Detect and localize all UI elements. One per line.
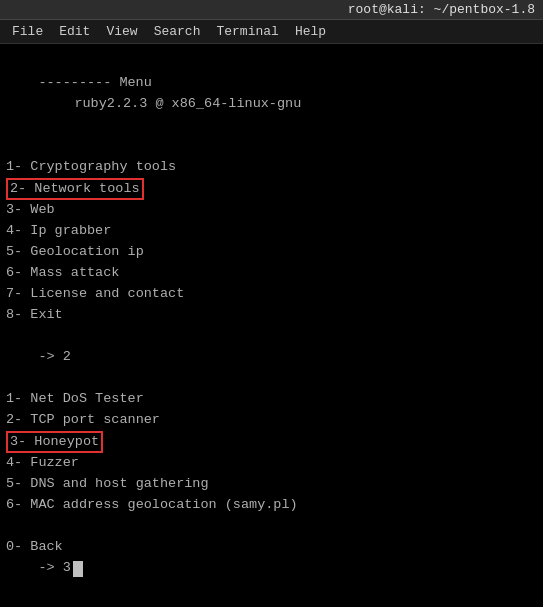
blank-line-2 bbox=[6, 326, 537, 347]
menu-edit[interactable]: Edit bbox=[55, 24, 94, 39]
menu-terminal[interactable]: Terminal bbox=[212, 24, 282, 39]
cursor bbox=[73, 561, 83, 577]
prompt-1: -> 2 bbox=[6, 347, 537, 368]
terminal-body: --------- Menu ruby2.2.3 @ x86_64-linux-… bbox=[0, 44, 543, 599]
menu-item-8: 8- Exit bbox=[6, 305, 537, 326]
sub-menu-item-3: 3- Honeypot bbox=[6, 431, 537, 454]
sub-menu-item-1: 1- Net DoS Tester bbox=[6, 389, 537, 410]
menu-item-2: 2- Network tools bbox=[6, 178, 537, 201]
title-text: root@kali: ~/pentbox-1.8 bbox=[348, 2, 535, 17]
sub-menu-item-5: 5- DNS and host gathering bbox=[6, 474, 537, 495]
prompt-2-line[interactable]: -> 3 bbox=[6, 558, 537, 579]
menu-item-3: 3- Web bbox=[6, 200, 537, 221]
menu-search[interactable]: Search bbox=[150, 24, 205, 39]
menu-view[interactable]: View bbox=[102, 24, 141, 39]
sub-menu-item-2: 2- TCP port scanner bbox=[6, 410, 537, 431]
menu-item-7: 7- License and contact bbox=[6, 284, 537, 305]
prompt-2-text: -> 3 bbox=[6, 558, 71, 579]
back-item: 0- Back bbox=[6, 537, 537, 558]
menu-item-1: 1- Cryptography tools bbox=[6, 157, 537, 178]
sub-menu-item-4: 4- Fuzzer bbox=[6, 453, 537, 474]
blank-line-3 bbox=[6, 368, 537, 389]
blank-line-1 bbox=[6, 136, 537, 157]
menu-file[interactable]: File bbox=[8, 24, 47, 39]
menu-item-6: 6- Mass attack bbox=[6, 263, 537, 284]
header-line: --------- Menu ruby2.2.3 @ x86_64-linux-… bbox=[6, 52, 537, 136]
menu-item-4: 4- Ip grabber bbox=[6, 221, 537, 242]
menu-item-5: 5- Geolocation ip bbox=[6, 242, 537, 263]
menu-help[interactable]: Help bbox=[291, 24, 330, 39]
sub-menu-item-6: 6- MAC address geolocation (samy.pl) bbox=[6, 495, 537, 516]
menu-bar: File Edit View Search Terminal Help bbox=[0, 20, 543, 44]
blank-line-4 bbox=[6, 516, 537, 537]
title-bar: root@kali: ~/pentbox-1.8 bbox=[0, 0, 543, 20]
